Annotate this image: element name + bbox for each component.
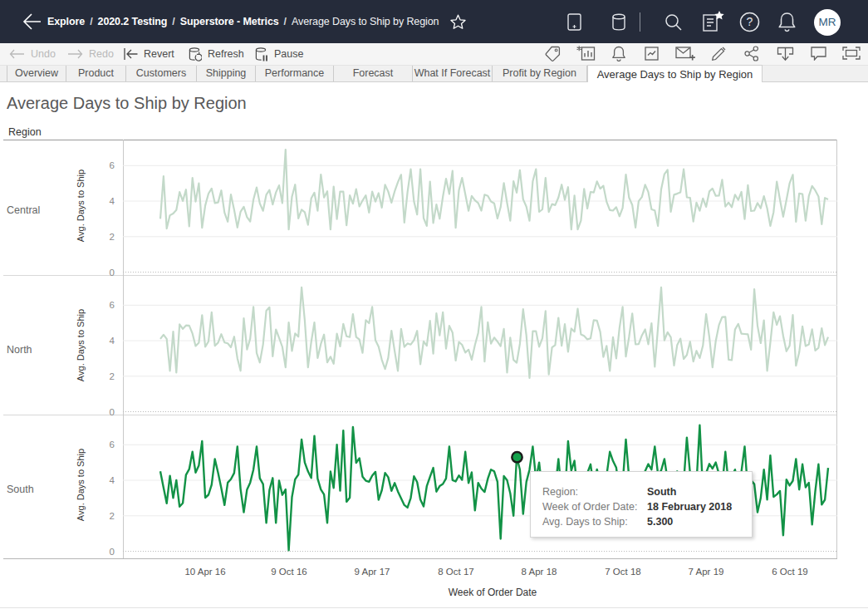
svg-text:4: 4: [110, 336, 115, 346]
svg-text:North: North: [7, 344, 32, 356]
svg-text:4: 4: [110, 475, 115, 485]
svg-text:7 Apr 19: 7 Apr 19: [689, 567, 724, 577]
svg-text:South: South: [7, 484, 34, 495]
svg-text:6: 6: [110, 160, 115, 170]
svg-text:Week of Order Date: Week of Order Date: [449, 587, 537, 598]
svg-text:7 Oct 18: 7 Oct 18: [605, 567, 640, 577]
svg-text:Region: Region: [8, 126, 42, 138]
svg-text:4: 4: [110, 196, 115, 206]
svg-text:8 Oct 17: 8 Oct 17: [438, 567, 473, 577]
svg-text:6: 6: [110, 300, 115, 310]
svg-text:8 Apr 18: 8 Apr 18: [522, 567, 557, 577]
svg-text:0: 0: [110, 268, 115, 278]
svg-text:Avg. Days to Ship: Avg. Days to Ship: [76, 309, 86, 381]
svg-text:0: 0: [110, 407, 115, 417]
svg-text:Avg. Days to Ship: Avg. Days to Ship: [76, 449, 86, 521]
svg-text:Avg. Days to Ship: Avg. Days to Ship: [76, 169, 86, 242]
svg-text:0: 0: [110, 547, 115, 557]
svg-text:2: 2: [110, 232, 115, 242]
svg-text:Central: Central: [7, 204, 40, 216]
svg-text:10 Apr 16: 10 Apr 16: [184, 567, 225, 577]
svg-text:6 Oct 19: 6 Oct 19: [772, 567, 807, 577]
svg-text:9 Apr 17: 9 Apr 17: [355, 567, 390, 577]
svg-text:2: 2: [110, 371, 115, 381]
svg-text:9 Oct 16: 9 Oct 16: [271, 567, 306, 577]
svg-text:6: 6: [110, 440, 115, 449]
svg-text:2: 2: [110, 511, 115, 521]
